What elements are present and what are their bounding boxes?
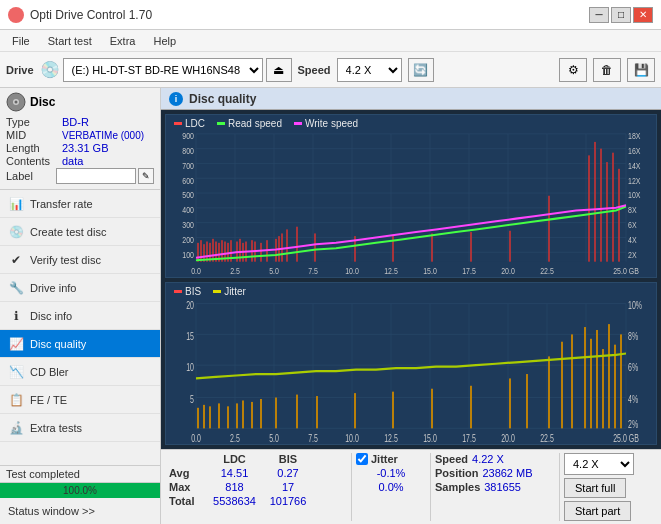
jitter-checkbox[interactable]	[356, 453, 368, 465]
avg-ldc: 14.51	[207, 467, 262, 479]
menu-extra[interactable]: Extra	[102, 33, 144, 49]
position-label: Position	[435, 467, 478, 479]
settings-button[interactable]: ⚙	[559, 58, 587, 82]
svg-text:8X: 8X	[628, 204, 637, 215]
erase-button[interactable]: 🗑	[593, 58, 621, 82]
svg-rect-62	[618, 169, 620, 262]
total-bis: 101766	[264, 495, 312, 507]
svg-rect-117	[251, 401, 253, 427]
type-label: Type	[6, 116, 62, 128]
svg-rect-56	[548, 196, 550, 262]
position-value: 23862 MB	[482, 467, 532, 479]
menu-file[interactable]: File	[4, 33, 38, 49]
drive-icon: 💿	[40, 60, 60, 79]
menu-help[interactable]: Help	[145, 33, 184, 49]
svg-text:5.0: 5.0	[269, 432, 279, 444]
menu-bar: File Start test Extra Help	[0, 30, 661, 52]
svg-rect-136	[614, 344, 616, 428]
svg-rect-26	[200, 240, 202, 262]
svg-text:17.5: 17.5	[462, 265, 476, 276]
svg-text:20.0: 20.0	[501, 432, 515, 444]
write-speed-dot	[294, 122, 302, 125]
drive-select[interactable]: (E:) HL-DT-ST BD-RE WH16NS48 1.D3	[63, 58, 263, 82]
charts-area: LDC Read speed Write speed	[161, 110, 661, 449]
sidebar-item-fe-te[interactable]: 📋 FE / TE	[0, 386, 160, 414]
save-button[interactable]: 💾	[627, 58, 655, 82]
read-speed-dot	[217, 122, 225, 125]
svg-text:0.0: 0.0	[191, 432, 201, 444]
mid-label: MID	[6, 129, 62, 141]
sidebar-item-drive-info[interactable]: 🔧 Drive info	[0, 274, 160, 302]
svg-rect-55	[509, 231, 511, 262]
svg-rect-110	[197, 407, 199, 428]
svg-text:15: 15	[186, 330, 194, 342]
avg-jitter: -0.1%	[377, 467, 406, 479]
sidebar-item-transfer-rate[interactable]: 📊 Transfer rate	[0, 190, 160, 218]
sidebar-item-disc-info[interactable]: ℹ Disc info	[0, 302, 160, 330]
svg-text:15.0: 15.0	[423, 432, 437, 444]
svg-text:22.5: 22.5	[540, 432, 554, 444]
disc-label-button[interactable]: ✎	[138, 168, 154, 184]
bis-label: BIS	[185, 286, 201, 297]
disc-label-input[interactable]	[56, 168, 136, 184]
sidebar-item-extra-tests[interactable]: 🔬 Extra tests	[0, 414, 160, 442]
legend-jitter: Jitter	[213, 286, 246, 297]
svg-rect-135	[608, 324, 610, 428]
chart1-svg: 0.0 2.5 5.0 7.5 10.0 12.5 15.0 17.5 20.0…	[166, 115, 656, 277]
svg-text:10.0: 10.0	[345, 265, 359, 276]
eject-button[interactable]: ⏏	[266, 58, 292, 82]
speed-right-label: Speed	[435, 453, 468, 465]
progress-percent: 100.0%	[0, 483, 160, 498]
max-bis: 17	[264, 481, 312, 493]
start-part-button[interactable]: Start part	[564, 501, 631, 521]
svg-text:6%: 6%	[628, 361, 638, 373]
status-completed-text: Test completed	[0, 466, 160, 482]
svg-rect-133	[596, 329, 598, 427]
svg-rect-128	[548, 356, 550, 428]
menu-start-test[interactable]: Start test	[40, 33, 100, 49]
avg-label: Avg	[169, 467, 205, 479]
svg-text:100: 100	[182, 249, 194, 260]
svg-rect-59	[600, 149, 602, 262]
avg-bis: 0.27	[264, 467, 312, 479]
legend-ldc: LDC	[174, 118, 205, 129]
chart2-svg: 0.0 2.5 5.0 7.5 10.0 12.5 15.0 17.5 20.0…	[166, 283, 656, 445]
svg-text:10X: 10X	[628, 189, 641, 200]
svg-text:300: 300	[182, 219, 194, 230]
status-window-button[interactable]: Status window >>	[0, 498, 160, 524]
test-speed-select[interactable]: 4.2 X	[564, 453, 634, 475]
quality-title: Disc quality	[189, 92, 256, 106]
svg-point-2	[15, 101, 18, 104]
chart1: LDC Read speed Write speed	[165, 114, 657, 278]
svg-text:5: 5	[190, 394, 194, 406]
svg-rect-50	[314, 233, 316, 261]
svg-text:18X: 18X	[628, 130, 641, 141]
samples-label: Samples	[435, 481, 480, 493]
extra-tests-icon: 🔬	[8, 420, 24, 436]
svg-rect-118	[260, 398, 262, 427]
sidebar-item-label: FE / TE	[30, 394, 67, 406]
svg-text:25.0 GB: 25.0 GB	[613, 432, 639, 444]
speed-select[interactable]: 4.2 X	[337, 58, 402, 82]
jitter-dot	[213, 290, 221, 293]
refresh-button[interactable]: 🔄	[408, 58, 434, 82]
disc-info-icon: ℹ	[8, 308, 24, 324]
sidebar-item-create-test-disc[interactable]: 💿 Create test disc	[0, 218, 160, 246]
svg-rect-125	[470, 385, 472, 428]
sidebar-item-disc-quality[interactable]: 📈 Disc quality	[0, 330, 160, 358]
sidebar-status: Test completed 100.0% Status window >>	[0, 465, 160, 524]
svg-text:2.5: 2.5	[230, 432, 240, 444]
minimize-button[interactable]: ─	[589, 7, 609, 23]
legend-write-speed: Write speed	[294, 118, 358, 129]
ldc-dot	[174, 122, 182, 125]
chart1-legend: LDC Read speed Write speed	[174, 118, 358, 129]
main-content: i Disc quality LDC Read speed	[161, 88, 661, 524]
svg-rect-121	[316, 396, 318, 428]
contents-value: data	[62, 155, 154, 167]
maximize-button[interactable]: □	[611, 7, 631, 23]
close-button[interactable]: ✕	[633, 7, 653, 23]
sidebar-item-verify-test-disc[interactable]: ✔ Verify test disc	[0, 246, 160, 274]
start-full-button[interactable]: Start full	[564, 478, 626, 498]
divider2	[430, 453, 431, 521]
sidebar-item-cd-bler[interactable]: 📉 CD Bler	[0, 358, 160, 386]
